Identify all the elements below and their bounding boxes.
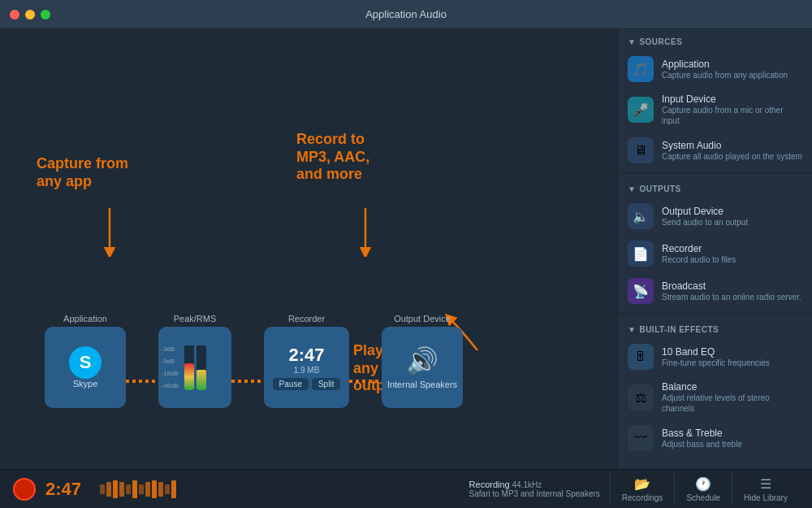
node-label-peakrms: Peak/RMS xyxy=(174,314,217,323)
connector-2 xyxy=(231,380,264,383)
hide-library-button[interactable]: ☰ Hide Library xyxy=(732,473,799,506)
annotation-capture: Capture from any app xyxy=(37,155,128,190)
recorder-icon-box: 📄 xyxy=(628,241,654,267)
flow-node-recorder: Recorder 2:47 1.9 MB Pause Split xyxy=(264,314,349,408)
schedule-label: Schedule xyxy=(686,493,720,502)
sidebar-eq-desc: Fine-tune specific frequencies xyxy=(662,358,770,368)
vu-bar-right xyxy=(197,345,206,390)
recordings-button[interactable]: 📂 Recordings xyxy=(610,473,675,506)
effects-header: ▼ BUILT-IN EFFECTS xyxy=(618,317,812,338)
sidebar-item-system-audio[interactable]: 🖥 System Audio Capture all audio played … xyxy=(618,132,812,169)
application-icon-box: 🎵 xyxy=(628,56,654,82)
sidebar-item-input-device[interactable]: 🎤 Input Device Capture audio from a mic … xyxy=(618,88,812,132)
schedule-button[interactable]: 🕐 Schedule xyxy=(674,473,732,506)
node-label-output: Output Device xyxy=(394,314,451,323)
sidebar-item-eq[interactable]: 🎚 10 Band EQ Fine-tune specific frequenc… xyxy=(618,338,812,376)
sidebar-output-device-desc: Send audio to an output xyxy=(662,217,748,228)
fullscreen-button[interactable] xyxy=(41,10,50,20)
input-device-icon-box: 🎤 xyxy=(628,97,654,123)
sidebar-output-device-name: Output Device xyxy=(662,206,748,217)
vu-bar-left xyxy=(184,345,194,390)
monitor-icon: 🖥 xyxy=(634,143,647,158)
eq-icon-box: 🎚 xyxy=(628,344,654,370)
canvas-area: Capture from any app Record to MP3, AAC,… xyxy=(0,29,617,469)
speaker-icon: 🔊 xyxy=(406,345,438,376)
recordings-label: Recordings xyxy=(622,493,663,502)
traffic-lights xyxy=(10,10,50,20)
sidebar-item-balance[interactable]: ⚖ Balance Adjust relative levels of ster… xyxy=(618,376,812,419)
file-icon: 📄 xyxy=(633,246,649,262)
node-box-peakrms[interactable]: -3dB -9dB -18dB -48dB xyxy=(158,327,231,408)
statusbar: 2:47 Recording 44.1kHz Safari to MP3 and… xyxy=(0,469,812,508)
record-button[interactable] xyxy=(13,478,36,501)
recording-label: Recording 44.1kHz xyxy=(469,480,600,489)
recording-desc: Safari to MP3 and Internal Speakers xyxy=(469,489,600,498)
outputs-header: ▼ OUTPUTS xyxy=(618,176,812,198)
sidebar-balance-name: Balance xyxy=(662,381,802,393)
arrow-record xyxy=(349,208,382,257)
sources-header: ▼ SOURCES xyxy=(618,29,812,50)
bass-treble-icon: 〰 xyxy=(634,431,647,445)
application-icon: 🎵 xyxy=(633,62,649,77)
sidebar-application-name: Application xyxy=(662,59,788,70)
status-info: Recording 44.1kHz Safari to MP3 and Inte… xyxy=(469,480,600,498)
sidebar-broadcast-desc: Stream audio to an online radio server. xyxy=(662,292,801,302)
node-box-recorder[interactable]: 2:47 1.9 MB Pause Split xyxy=(264,327,349,408)
sidebar-item-recorder[interactable]: 📄 Recorder Record audio to files xyxy=(618,235,812,272)
divider-2 xyxy=(618,313,812,314)
system-audio-icon-box: 🖥 xyxy=(628,137,654,163)
recorder-time: 2:47 xyxy=(288,345,324,366)
mic-icon: 🎤 xyxy=(633,102,649,118)
output-device-icon-box: 🔈 xyxy=(628,203,654,229)
sidebar-bass-treble-desc: Adjust bass and treble xyxy=(662,439,742,449)
split-button[interactable]: Split xyxy=(312,378,340,390)
sidebar-input-device-name: Input Device xyxy=(662,93,802,105)
flow-node-peakrms: Peak/RMS -3dB -9dB -18dB -48dB xyxy=(158,314,231,408)
balance-icon: ⚖ xyxy=(635,390,646,406)
node-box-output[interactable]: 🔊 Internal Speakers xyxy=(382,327,463,408)
chevron-down-icon: ▼ xyxy=(628,37,636,46)
sidebar: ▼ SOURCES 🎵 Application Capture audio fr… xyxy=(617,29,812,469)
sidebar-balance-desc: Adjust relative levels of stereo channel… xyxy=(662,393,802,414)
connector-1 xyxy=(126,380,158,383)
sidebar-system-audio-name: System Audio xyxy=(662,140,802,151)
skype-icon: S xyxy=(69,346,102,379)
titlebar: Application Audio xyxy=(0,0,812,29)
broadcast-icon: 📡 xyxy=(633,284,649,299)
sidebar-input-device-desc: Capture audio from a mic or other input xyxy=(662,105,802,126)
recorder-size: 1.9 MB xyxy=(294,366,320,375)
minimize-button[interactable] xyxy=(25,10,35,20)
chevron-down-icon-2: ▼ xyxy=(628,185,636,193)
close-button[interactable] xyxy=(10,10,19,20)
connector-3 xyxy=(349,380,382,383)
recorder-buttons: Pause Split xyxy=(273,378,341,390)
broadcast-icon-box: 📡 xyxy=(628,278,654,304)
node-sublabel-output: Internal Speakers xyxy=(387,380,457,389)
node-box-application[interactable]: S Skype xyxy=(45,327,126,408)
sidebar-broadcast-name: Broadcast xyxy=(662,280,801,292)
node-sublabel-skype: Skype xyxy=(73,379,98,389)
divider-1 xyxy=(618,172,812,173)
bass-treble-icon-box: 〰 xyxy=(628,425,654,451)
level-meters xyxy=(100,480,460,498)
speaker-small-icon: 🔈 xyxy=(633,209,649,224)
sidebar-item-broadcast[interactable]: 📡 Broadcast Stream audio to an online ra… xyxy=(618,272,812,310)
vu-labels: -3dB -9dB -18dB -48dB xyxy=(162,345,179,390)
sidebar-recorder-desc: Record audio to files xyxy=(662,254,736,265)
recordings-icon: 📂 xyxy=(634,476,650,492)
flow-node-application: Application S Skype xyxy=(45,314,126,408)
main-content: Capture from any app Record to MP3, AAC,… xyxy=(0,29,812,469)
sidebar-item-application[interactable]: 🎵 Application Capture audio from any app… xyxy=(618,50,812,88)
sidebar-item-output-device[interactable]: 🔈 Output Device Send audio to an output xyxy=(618,198,812,235)
statusbar-buttons: 📂 Recordings 🕐 Schedule ☰ Hide Library xyxy=(610,473,799,506)
eq-icon: 🎚 xyxy=(634,350,647,364)
flow-container: Application S Skype Peak/RMS -3dB -9dB -… xyxy=(45,314,463,408)
schedule-icon: 🕐 xyxy=(695,476,711,492)
sidebar-eq-name: 10 Band EQ xyxy=(662,346,770,358)
window-title: Application Audio xyxy=(365,8,447,20)
annotation-record: Record to MP3, AAC, and more xyxy=(296,131,369,184)
pause-button[interactable]: Pause xyxy=(273,378,309,390)
vumeter: -3dB -9dB -18dB -48dB xyxy=(184,345,206,390)
sidebar-item-bass-treble[interactable]: 〰 Bass & Treble Adjust bass and treble xyxy=(618,419,812,457)
node-label-recorder: Recorder xyxy=(288,314,325,323)
